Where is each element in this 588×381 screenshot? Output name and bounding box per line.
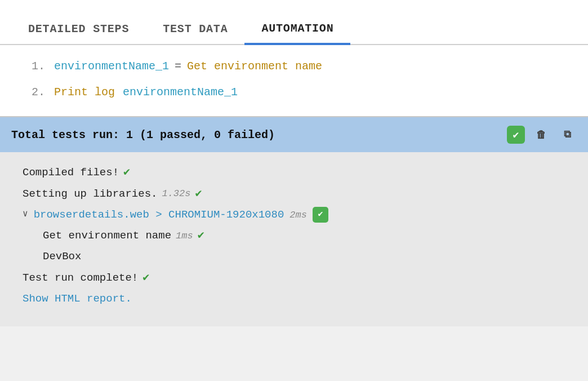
output-devbox: DevBox xyxy=(23,248,565,265)
libraries-check: ✔ xyxy=(195,185,202,203)
code-area: 1. environmentName_1 = Get environment n… xyxy=(0,45,588,117)
get-env-check: ✔ xyxy=(198,227,204,245)
get-env-text: Get environment name xyxy=(43,227,171,244)
pass-badge: ✔ xyxy=(507,126,525,144)
browser-badge: ✔ xyxy=(313,207,328,223)
output-libraries: Setting up libraries. 1.32s ✔ xyxy=(23,185,565,203)
browser-time: 2ms xyxy=(289,207,307,223)
line-num-1: 1. xyxy=(23,59,45,74)
code-line-1: 1. environmentName_1 = Get environment n… xyxy=(23,59,565,74)
output-get-env: Get environment name 1ms ✔ xyxy=(23,227,565,245)
chevron-icon: ∨ xyxy=(23,207,28,222)
line-num-2: 2. xyxy=(23,85,45,100)
get-env-time: 1ms xyxy=(176,228,193,243)
tabs-bar: DETAILED STEPS TEST DATA AUTOMATION xyxy=(0,0,588,45)
output-browser: ∨ browserdetails.web > CHROMIUM-1920x108… xyxy=(23,206,565,223)
code-line-2: 2. Print log environmentName_1 xyxy=(23,85,565,100)
compiled-text: Compiled files! xyxy=(23,164,119,181)
print-keyword: Print log xyxy=(54,85,115,100)
complete-text: Test run complete! xyxy=(23,269,138,286)
browser-link[interactable]: browserdetails.web > CHROMIUM-1920x1080 xyxy=(34,206,284,223)
output-html-report: Show HTML report. xyxy=(23,290,565,307)
operator-1: = xyxy=(175,59,181,74)
output-area: Compiled files! ✔ Setting up libraries. … xyxy=(0,152,588,326)
results-summary: Total tests run: 1 (1 passed, 0 failed) xyxy=(11,129,500,141)
tab-test-data[interactable]: TEST DATA xyxy=(146,23,244,45)
var-name-1: environmentName_1 xyxy=(54,59,169,74)
libraries-text: Setting up libraries. xyxy=(23,185,157,202)
tab-automation[interactable]: AUTOMATION xyxy=(244,22,350,45)
trash-button[interactable]: 🗑 xyxy=(532,125,551,144)
var-name-2: environmentName_1 xyxy=(123,85,238,100)
results-bar: Total tests run: 1 (1 passed, 0 failed) … xyxy=(0,117,588,152)
html-report-link[interactable]: Show HTML report. xyxy=(23,290,132,307)
devbox-text: DevBox xyxy=(43,248,81,265)
value-1: Get environment name xyxy=(187,59,322,74)
compiled-check: ✔ xyxy=(123,163,130,181)
tab-detailed-steps[interactable]: DETAILED STEPS xyxy=(11,23,146,45)
complete-check: ✔ xyxy=(142,269,149,287)
output-compiled: Compiled files! ✔ xyxy=(23,163,565,181)
output-complete: Test run complete! ✔ xyxy=(23,269,565,287)
copy-button[interactable]: ⧉ xyxy=(558,125,577,144)
libraries-time: 1.32s xyxy=(162,186,190,201)
